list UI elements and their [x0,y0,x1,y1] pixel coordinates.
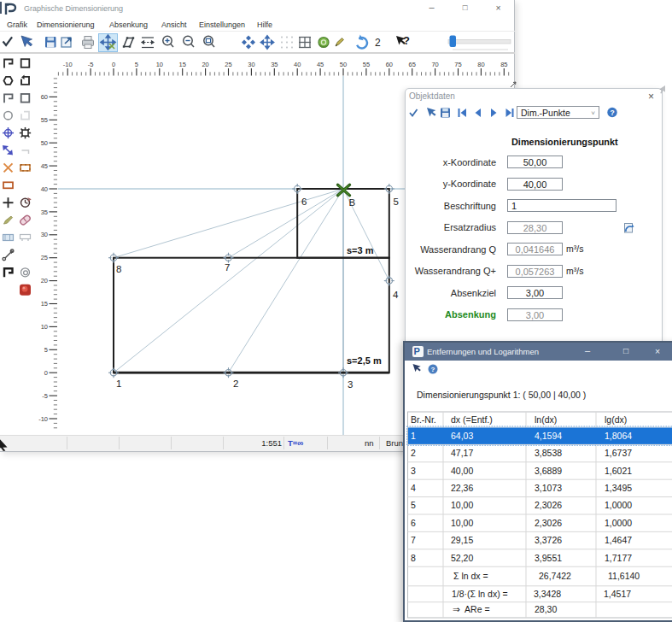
svg-text:1: 1 [411,431,416,441]
svg-text:1,8064: 1,8064 [605,431,632,441]
svg-text:1,0000: 1,0000 [605,518,632,528]
svg-text:7: 7 [411,535,416,545]
svg-text:1,6737: 1,6737 [605,448,632,458]
svg-text:10,00: 10,00 [451,500,473,510]
svg-text:2: 2 [411,448,416,458]
svg-text:47,17: 47,17 [451,448,473,458]
svg-text:1,0000: 1,0000 [605,500,632,510]
svg-text:5: 5 [411,500,416,510]
svg-text:10,00: 10,00 [451,518,473,528]
svg-text:3: 3 [411,466,416,476]
svg-text:1,4647: 1,4647 [605,535,632,545]
svg-text:1,4517: 1,4517 [604,589,631,599]
svg-text:26,7422: 26,7422 [539,571,571,581]
svg-text:3,1073: 3,1073 [535,483,562,493]
svg-text:1,7177: 1,7177 [605,553,632,563]
svg-text:?: ? [403,34,410,47]
svg-text:8: 8 [411,553,416,563]
svg-text:1,3495: 1,3495 [605,483,632,493]
svg-text:28,30: 28,30 [535,604,557,614]
svg-text:4: 4 [411,483,416,493]
svg-text:40,00: 40,00 [451,466,473,476]
svg-text:22,36: 22,36 [451,483,473,493]
svg-text:6: 6 [411,518,416,528]
svg-text:lg(dx): lg(dx) [605,414,627,425]
svg-text:ln(dx): ln(dx) [535,414,557,425]
svg-text:64,03: 64,03 [451,431,473,441]
svg-text:3,9551: 3,9551 [535,553,562,563]
svg-text:1/8·(Σ ln dx) =: 1/8·(Σ ln dx) = [452,589,508,599]
svg-text:⇒ ARe =: ⇒ ARe = [453,604,490,614]
svg-text:?: ? [610,109,614,117]
svg-text:2,3026: 2,3026 [535,518,562,528]
svg-text:3,8538: 3,8538 [535,448,562,458]
svg-text:52,20: 52,20 [451,553,473,563]
svg-text:4,1594: 4,1594 [535,431,562,441]
svg-text:3,3726: 3,3726 [535,535,562,545]
svg-text:Σ ln dx =: Σ ln dx = [453,571,488,581]
svg-text:dx (=Entf.): dx (=Entf.) [451,414,493,425]
svg-text:1,6021: 1,6021 [605,466,632,476]
svg-text:3,3428: 3,3428 [534,589,561,599]
svg-text:3,6889: 3,6889 [535,466,562,476]
svg-text:2,3026: 2,3026 [535,500,562,510]
svg-text:29,15: 29,15 [451,535,473,545]
svg-text:11,6140: 11,6140 [608,571,640,581]
svg-text:Br.-Nr.: Br.-Nr. [411,414,436,425]
svg-text:2: 2 [375,37,381,49]
